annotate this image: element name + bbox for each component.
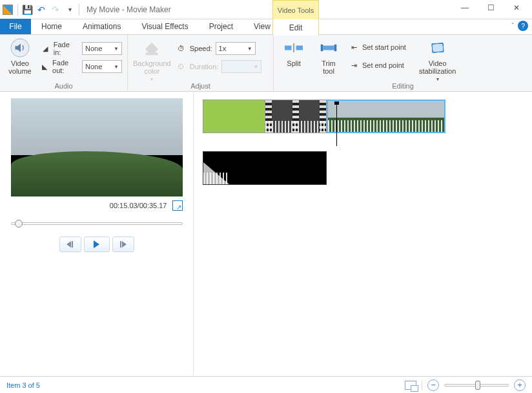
fullscreen-icon[interactable] bbox=[172, 200, 183, 211]
preview-video[interactable] bbox=[11, 98, 183, 197]
speaker-icon bbox=[10, 37, 30, 58]
ribbon: Video volume ◢ Fade in: None▼ ◣ Fade out… bbox=[0, 35, 532, 92]
qa-customize-icon[interactable]: ▾ bbox=[63, 3, 77, 17]
tab-file[interactable]: File bbox=[0, 19, 31, 34]
stabilization-label: Video stabilization bbox=[419, 59, 456, 75]
background-color-label: Background color bbox=[133, 59, 171, 75]
tab-animations[interactable]: Animations bbox=[72, 19, 131, 34]
split-button[interactable]: Split bbox=[279, 37, 309, 67]
stabilization-icon bbox=[427, 37, 448, 58]
background-color-button: Background color ▾ bbox=[133, 37, 171, 82]
tab-home[interactable]: Home bbox=[31, 19, 72, 34]
status-bar: Item 3 of 5 − + bbox=[0, 376, 532, 393]
video-volume-button[interactable]: Video volume bbox=[5, 37, 35, 75]
trim-label: Trim tool bbox=[322, 59, 336, 75]
zoom-slider[interactable] bbox=[444, 384, 509, 387]
svg-rect-8 bbox=[431, 43, 444, 52]
set-end-button[interactable]: ⇥ Set end point bbox=[349, 58, 406, 72]
svg-rect-6 bbox=[321, 45, 323, 52]
zoom-in-button[interactable]: + bbox=[514, 379, 526, 391]
contextual-tab-label: Video Tools bbox=[272, 0, 319, 19]
time-display: 00:15.03/00:35.17 bbox=[110, 202, 167, 209]
speed-icon: ⏱ bbox=[176, 43, 187, 54]
duration-combo: ▼ bbox=[221, 60, 261, 73]
title-bar: 💾 ↶ ↷ ▾ My Movie - Movie Maker Video Too… bbox=[0, 0, 532, 19]
qa-save-icon[interactable]: 💾 bbox=[20, 3, 34, 17]
play-button[interactable] bbox=[84, 237, 110, 252]
preview-pane: 00:15.03/00:35.17 bbox=[0, 92, 194, 376]
window-title: My Movie - Movie Maker bbox=[87, 5, 171, 14]
duration-label: Duration: bbox=[190, 63, 219, 70]
clip-3-selected[interactable] bbox=[327, 100, 445, 133]
paint-bucket-icon bbox=[141, 37, 162, 58]
minimize-button[interactable]: — bbox=[452, 0, 478, 16]
playhead[interactable] bbox=[336, 103, 337, 146]
svg-rect-1 bbox=[146, 53, 158, 56]
view-toggle-icon[interactable] bbox=[405, 381, 416, 390]
set-start-label: Set start point bbox=[362, 43, 406, 51]
maximize-button[interactable]: ☐ bbox=[478, 0, 504, 16]
collapse-ribbon-icon[interactable]: ˆ bbox=[512, 23, 514, 30]
trim-icon bbox=[318, 37, 339, 58]
group-audio-label: Audio bbox=[5, 82, 122, 90]
clip-2[interactable] bbox=[265, 100, 327, 133]
split-label: Split bbox=[287, 59, 300, 67]
zoom-out-button[interactable]: − bbox=[427, 379, 439, 391]
set-start-icon: ⇤ bbox=[349, 42, 359, 52]
group-audio: Video volume ◢ Fade in: None▼ ◣ Fade out… bbox=[0, 35, 128, 91]
fade-out-icon: ◣ bbox=[40, 61, 49, 72]
svg-rect-3 bbox=[296, 46, 303, 50]
group-editing: Split Trim tool ⇤ Set start point ⇥ Set … bbox=[274, 35, 532, 91]
fade-out-combo[interactable]: None▼ bbox=[82, 60, 122, 73]
trim-button[interactable]: Trim tool bbox=[314, 37, 343, 75]
prev-frame-button[interactable] bbox=[59, 237, 81, 252]
set-end-label: Set end point bbox=[362, 61, 404, 69]
clip-4[interactable] bbox=[203, 151, 327, 185]
zoom-thumb[interactable] bbox=[475, 381, 480, 390]
group-adjust: Background color ▾ ⏱ Speed: 1x▼ ⏲ Durati… bbox=[128, 35, 274, 91]
video-stabilization-button[interactable]: Video stabilization ▾ bbox=[419, 37, 456, 82]
set-end-icon: ⇥ bbox=[349, 60, 359, 70]
tab-visual-effects[interactable]: Visual Effects bbox=[131, 19, 198, 34]
tab-project[interactable]: Project bbox=[199, 19, 243, 34]
video-volume-label: Video volume bbox=[8, 59, 31, 75]
group-adjust-label: Adjust bbox=[133, 82, 268, 90]
workspace: 00:15.03/00:35.17 bbox=[0, 92, 532, 376]
speed-label: Speed: bbox=[190, 45, 212, 52]
tab-edit[interactable]: Edit bbox=[272, 20, 319, 36]
qa-redo-icon[interactable]: ↷ bbox=[48, 3, 63, 17]
svg-rect-5 bbox=[323, 46, 334, 50]
clip-1[interactable] bbox=[203, 100, 265, 133]
fade-in-icon: ◢ bbox=[40, 43, 50, 54]
close-button[interactable]: ✕ bbox=[504, 0, 529, 16]
svg-rect-2 bbox=[285, 46, 292, 50]
tab-strip: File Home Animations Visual Effects Proj… bbox=[0, 19, 532, 35]
fade-in-combo[interactable]: None▼ bbox=[82, 42, 122, 55]
timeline-pane[interactable] bbox=[194, 92, 532, 376]
speed-combo[interactable]: 1x▼ bbox=[216, 42, 256, 55]
seek-bar[interactable] bbox=[11, 222, 183, 225]
fade-in-label: Fade in: bbox=[54, 41, 79, 56]
fade-out-label: Fade out: bbox=[52, 59, 79, 74]
qa-undo-icon[interactable]: ↶ bbox=[34, 3, 48, 17]
duration-icon: ⏲ bbox=[176, 61, 187, 72]
clip-row-1 bbox=[203, 100, 523, 133]
set-start-button[interactable]: ⇤ Set start point bbox=[349, 40, 406, 54]
split-icon bbox=[283, 37, 304, 58]
svg-rect-7 bbox=[334, 45, 337, 52]
next-frame-button[interactable] bbox=[112, 237, 134, 252]
status-item-count: Item 3 of 5 bbox=[6, 381, 40, 389]
app-icon bbox=[3, 5, 13, 15]
group-editing-label: Editing bbox=[279, 82, 527, 90]
seek-thumb[interactable] bbox=[15, 220, 23, 228]
help-icon[interactable]: ? bbox=[518, 21, 528, 31]
